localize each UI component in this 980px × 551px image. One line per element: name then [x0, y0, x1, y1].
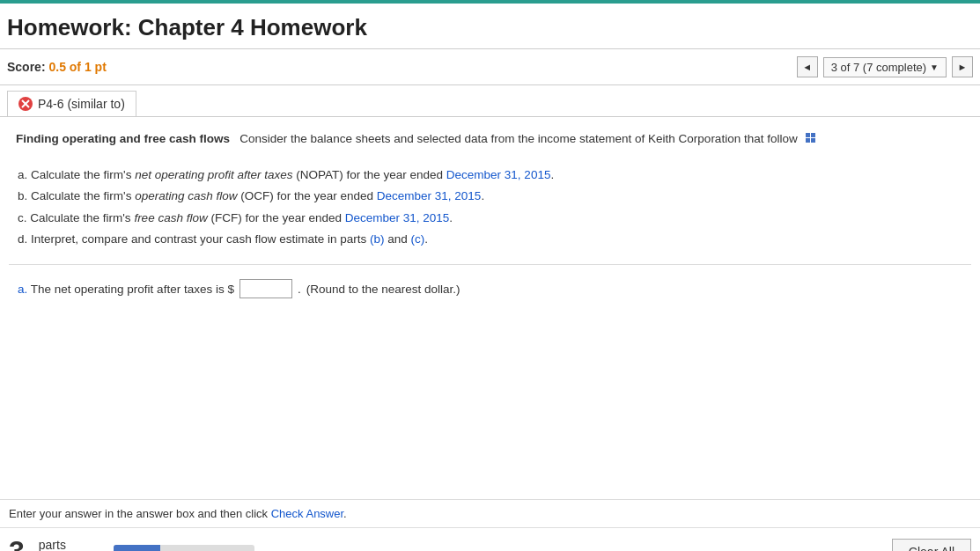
- svg-rect-4: [806, 138, 810, 143]
- part-a-answer: a. The net operating profit after taxes …: [9, 272, 971, 305]
- next-button[interactable]: ►: [952, 56, 973, 77]
- tab-label: P4-6 (similar to): [38, 97, 125, 111]
- nav-progress-text: 3 of 7 (7 complete): [831, 61, 926, 74]
- svg-rect-2: [806, 133, 810, 137]
- tab-p4-6[interactable]: P4-6 (similar to): [7, 91, 136, 116]
- nav-progress-dropdown[interactable]: 3 of 7 (7 complete) ▼: [823, 57, 947, 77]
- answer-input[interactable]: [239, 279, 292, 298]
- x-mark-icon: [20, 99, 31, 109]
- page-header: Homework: Chapter 4 Homework: [0, 4, 980, 49]
- tab-status-icon: [18, 97, 33, 111]
- score-nav-bar: Score: 0.5 of 1 pt ◄ 3 of 7 (7 complete)…: [0, 49, 980, 85]
- svg-rect-5: [811, 138, 815, 143]
- grid-table-icon[interactable]: [804, 131, 820, 147]
- parts-label-line1: parts: [39, 538, 92, 552]
- question-intro: Finding operating and free cash flows Co…: [9, 126, 971, 152]
- check-answer-ref: Check Answer: [271, 507, 343, 520]
- bottom-section: Enter your answer in the answer box and …: [0, 499, 980, 551]
- content-area: Finding operating and free cash flows Co…: [0, 117, 980, 314]
- round-note: (Round to the nearest dollar.): [306, 283, 461, 296]
- instruction-a: a. Calculate the firm's net operating pr…: [18, 165, 962, 186]
- footer-bar: 3 parts remaining Clear All: [0, 527, 980, 551]
- intro-description: Consider the balance sheets and selected…: [233, 132, 798, 145]
- tab-bar: P4-6 (similar to): [0, 85, 980, 117]
- score-label: Score:: [7, 60, 46, 74]
- prev-button[interactable]: ◄: [797, 56, 818, 77]
- score-value: 0.5 of 1 pt: [48, 60, 106, 74]
- instruction-d: d. Interpret, compare and contrast your …: [18, 229, 962, 250]
- svg-rect-3: [811, 133, 815, 137]
- instruction-c: c. Calculate the firm's free cash flow (…: [18, 208, 962, 229]
- part-a-label: a. The net operating profit after taxes …: [18, 283, 234, 296]
- instructions: a. Calculate the firm's net operating pr…: [9, 161, 971, 257]
- section-divider: [9, 264, 971, 265]
- instruction-b: b. Calculate the firm's operating cash f…: [18, 186, 962, 207]
- main-area: Finding operating and free cash flows Co…: [0, 117, 980, 551]
- parts-remaining-number: 3: [9, 535, 25, 551]
- chevron-down-icon: ▼: [930, 62, 939, 72]
- page-title: Homework: Chapter 4 Homework: [7, 14, 973, 41]
- parts-label-group: parts remaining: [39, 538, 92, 552]
- clear-all-button[interactable]: Clear All: [892, 539, 971, 552]
- score-section: Score: 0.5 of 1 pt: [7, 60, 107, 74]
- progress-bar-container: [114, 545, 254, 552]
- nav-controls: ◄ 3 of 7 (7 complete) ▼ ►: [797, 56, 973, 77]
- intro-bold: Finding operating and free cash flows: [16, 132, 230, 145]
- progress-bar-fill: [114, 545, 160, 552]
- bottom-hint: Enter your answer in the answer box and …: [0, 499, 980, 527]
- main-content: Finding operating and free cash flows Co…: [0, 117, 980, 499]
